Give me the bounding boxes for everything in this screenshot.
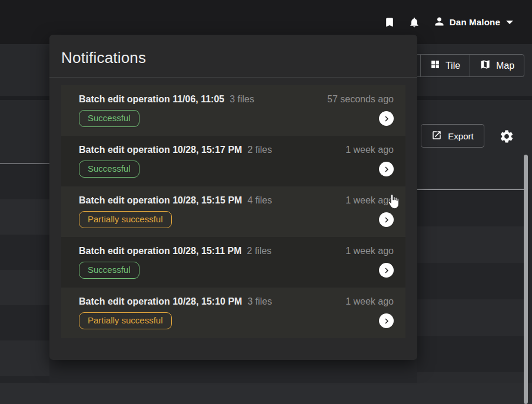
notification-title: Batch edit operation 10/28, 15:17 PM [79,145,242,155]
panel-title: Notifications [61,49,146,67]
notifications-button[interactable] [408,16,420,28]
map-view-label: Map [496,61,514,71]
vertical-scrollbar-thumb[interactable] [524,155,528,404]
notification-row[interactable]: Batch edit operation 10/28, 15:11 PM 2 f… [61,237,405,288]
status-badge: Successful [79,161,139,178]
status-badge: Successful [79,110,139,127]
user-menu-button[interactable]: Dan Malone [433,15,513,29]
status-badge: Partially successful [79,312,172,329]
export-icon [431,130,442,142]
open-notification-button[interactable] [379,263,394,278]
notification-title: Batch edit operation 10/28, 15:10 PM [79,296,242,307]
bookmark-icon [384,16,395,28]
notification-list: Batch edit operation 11/06, 11:05 3 file… [61,85,405,338]
notification-timestamp: 1 week ago [345,246,394,256]
notification-file-count: 3 files [230,94,254,105]
notifications-panel: Notifications Batch edit operation 11/06… [49,35,417,360]
open-notification-button[interactable] [379,313,394,328]
notification-status-line: Successful [79,161,394,178]
open-notification-button[interactable] [379,111,394,126]
panel-divider [49,77,417,78]
notification-summary: Batch edit operation 10/28, 15:17 PM 2 f… [79,145,394,155]
notification-title: Batch edit operation 11/06, 11:05 [79,94,224,105]
export-button[interactable]: Export [421,124,484,148]
notification-summary: Batch edit operation 10/28, 15:10 PM 3 f… [79,296,394,307]
notification-row[interactable]: Batch edit operation 11/06, 11:05 3 file… [61,85,405,136]
status-badge: Successful [79,262,139,279]
notification-row[interactable]: Batch edit operation 10/28, 15:15 PM 4 f… [61,186,405,237]
background-footer-row [0,383,532,404]
notification-status-line: Partially successful [79,312,394,329]
person-icon [433,15,445,29]
open-notification-button[interactable] [379,212,394,227]
bookmark-button[interactable] [384,16,395,28]
notification-file-count: 3 files [247,296,272,307]
notification-status-line: Partially successful [79,211,394,228]
user-name: Dan Malone [450,17,500,27]
open-notification-button[interactable] [379,162,394,176]
map-icon [480,59,491,72]
notification-summary: Batch edit operation 11/06, 11:05 3 file… [79,94,394,105]
bell-icon [408,16,420,28]
notification-timestamp: 1 week ago [345,296,394,307]
gear-icon [499,137,514,146]
notification-title: Batch edit operation 10/28, 15:11 PM [79,246,242,256]
notification-timestamp: 1 week ago [345,195,394,206]
chevron-right-icon [381,164,392,175]
settings-button[interactable] [499,129,514,144]
status-badge: Partially successful [79,211,172,228]
notification-summary: Batch edit operation 10/28, 15:11 PM 2 f… [79,246,394,256]
chevron-right-icon [381,113,392,124]
notification-title: Batch edit operation 10/28, 15:15 PM [79,195,242,206]
chevron-right-icon [381,215,392,225]
caret-down-icon [506,21,513,24]
notification-summary: Batch edit operation 10/28, 15:15 PM 4 f… [79,195,394,206]
notification-status-line: Successful [79,110,394,127]
grid-icon [430,59,440,72]
notification-file-count: 2 files [247,145,272,155]
notification-row[interactable]: Batch edit operation 10/28, 15:10 PM 3 f… [61,288,405,338]
chevron-right-icon [381,316,392,326]
export-label: Export [448,131,473,141]
background-table-rows [0,164,49,383]
chevron-right-icon [381,265,392,276]
notification-file-count: 2 files [247,246,272,256]
notification-status-line: Successful [79,262,394,279]
background-table-rows [417,190,524,383]
tile-view-button[interactable]: Tile [420,55,470,76]
tile-view-label: Tile [445,61,460,71]
map-view-button[interactable]: Map [470,55,524,76]
notification-file-count: 4 files [247,195,272,206]
notification-row[interactable]: Batch edit operation 10/28, 15:17 PM 2 f… [61,136,405,186]
notification-timestamp: 57 seconds ago [327,94,394,105]
background-toolbar-extension [412,163,532,189]
notification-timestamp: 1 week ago [345,145,394,155]
